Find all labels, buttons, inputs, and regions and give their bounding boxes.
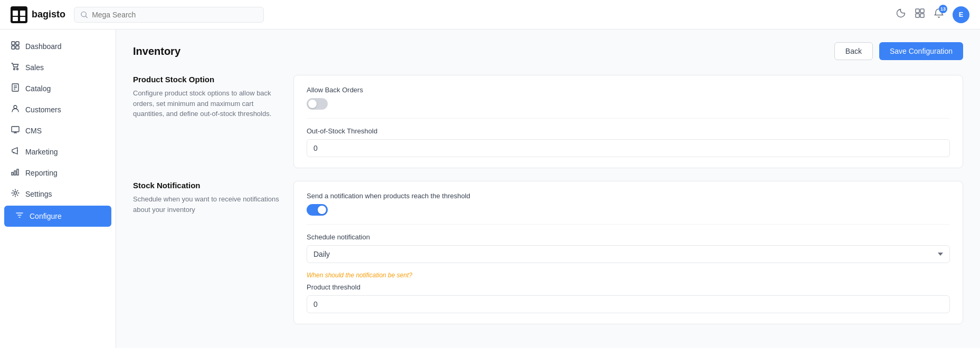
sidebar-label-settings: Settings (25, 190, 52, 198)
svg-rect-22 (12, 127, 19, 132)
stock-notification-desc: Schedule when you want to receive notifi… (133, 194, 281, 215)
product-threshold-input[interactable] (307, 295, 950, 313)
svg-rect-27 (17, 169, 18, 175)
main-content: Inventory Back Save Configuration Produc… (116, 30, 980, 348)
allow-back-orders-group: Allow Back Orders (307, 86, 950, 110)
svg-rect-13 (12, 46, 15, 49)
product-threshold-group: Product threshold (307, 283, 950, 313)
user-avatar[interactable]: E (953, 6, 969, 23)
svg-point-21 (14, 105, 17, 109)
send-notification-label: Send a notification when products reach … (307, 192, 950, 200)
sidebar-label-sales: Sales (25, 63, 44, 72)
product-stock-desc: Configure product stock options to allow… (133, 88, 281, 119)
settings-icon (11, 189, 20, 199)
search-bar[interactable] (74, 7, 264, 23)
svg-rect-9 (916, 14, 919, 17)
svg-point-15 (14, 69, 15, 70)
svg-point-16 (17, 69, 18, 70)
toggle-thumb-2 (318, 206, 326, 214)
out-of-stock-input[interactable] (307, 139, 950, 157)
stock-notification-left: Stock Notification Schedule when you wan… (133, 181, 281, 324)
svg-line-6 (85, 16, 87, 17)
sidebar-item-cms[interactable]: CMS (0, 120, 116, 141)
logo[interactable]: bagisto (11, 6, 65, 23)
svg-rect-14 (16, 46, 19, 49)
notification-divider (307, 224, 950, 225)
svg-rect-2 (20, 11, 25, 16)
stock-notification-title: Stock Notification (133, 181, 281, 190)
cms-icon (11, 125, 20, 136)
svg-rect-4 (20, 17, 25, 21)
schedule-notification-select[interactable]: Daily Weekly Monthly (307, 245, 950, 263)
sales-icon (11, 62, 20, 73)
sidebar-item-marketing[interactable]: Marketing (0, 141, 116, 162)
page-header: Inventory Back Save Configuration (133, 42, 963, 60)
schedule-notification-group: Schedule notification Daily Weekly Month… (307, 233, 950, 263)
sidebar-label-marketing: Marketing (25, 148, 58, 156)
notification-badge: 13 (939, 5, 947, 13)
svg-point-28 (14, 192, 17, 195)
out-of-stock-label: Out-of-Stock Threshold (307, 127, 950, 135)
schedule-notification-label: Schedule notification (307, 233, 950, 241)
marketing-icon (11, 147, 20, 157)
header-actions: Back Save Configuration (834, 42, 963, 60)
product-stock-section: Product Stock Option Configure product s… (133, 75, 963, 168)
send-notification-toggle[interactable] (307, 204, 328, 216)
product-stock-title: Product Stock Option (133, 75, 281, 84)
sidebar-item-configure[interactable]: Configure (4, 206, 111, 227)
layout: Dashboard Sales Catalog Customers CMS (0, 30, 980, 348)
stock-notification-section: Stock Notification Schedule when you wan… (133, 181, 963, 324)
sidebar-label-reporting: Reporting (25, 169, 58, 177)
allow-back-orders-toggle[interactable] (307, 98, 328, 110)
stock-divider (307, 118, 950, 119)
back-button[interactable]: Back (834, 42, 873, 60)
svg-rect-3 (13, 17, 18, 21)
sidebar-item-settings[interactable]: Settings (0, 183, 116, 205)
svg-rect-10 (920, 14, 924, 17)
catalog-icon (11, 83, 20, 94)
sidebar: Dashboard Sales Catalog Customers CMS (0, 30, 116, 348)
product-stock-left: Product Stock Option Configure product s… (133, 75, 281, 168)
svg-rect-25 (12, 172, 13, 175)
search-icon (81, 11, 88, 18)
svg-rect-7 (916, 9, 919, 13)
sidebar-item-catalog[interactable]: Catalog (0, 78, 116, 99)
reporting-icon (11, 168, 20, 178)
moon-icon[interactable] (896, 8, 906, 21)
svg-rect-26 (14, 171, 16, 175)
customers-icon (11, 104, 20, 115)
sidebar-label-configure: Configure (30, 212, 62, 220)
sidebar-item-customers[interactable]: Customers (0, 99, 116, 120)
toggle-thumb (308, 100, 317, 108)
grid-icon[interactable] (915, 8, 925, 21)
svg-rect-12 (16, 42, 19, 45)
product-stock-right: Allow Back Orders Out-of-Stock Threshold (293, 75, 963, 168)
header: bagisto (0, 0, 980, 30)
sidebar-label-cms: CMS (25, 127, 42, 135)
save-configuration-button[interactable]: Save Configuration (879, 42, 963, 60)
notification-bell[interactable]: 13 (934, 8, 944, 21)
sidebar-label-catalog: Catalog (25, 84, 51, 93)
header-right: 13 E (896, 6, 969, 23)
configure-icon (15, 211, 24, 221)
sidebar-item-sales[interactable]: Sales (0, 57, 116, 78)
schedule-hint: When should the notification be sent? (307, 272, 950, 279)
stock-notification-right: Send a notification when products reach … (293, 181, 963, 324)
page-title: Inventory (133, 45, 180, 57)
sidebar-label-dashboard: Dashboard (25, 42, 62, 51)
allow-back-orders-label: Allow Back Orders (307, 86, 950, 94)
header-left: bagisto (11, 6, 264, 23)
product-threshold-label: Product threshold (307, 283, 950, 291)
sidebar-item-dashboard[interactable]: Dashboard (0, 36, 116, 57)
sidebar-item-reporting[interactable]: Reporting (0, 162, 116, 183)
sidebar-label-customers: Customers (25, 105, 61, 114)
send-notification-group: Send a notification when products reach … (307, 192, 950, 216)
search-input[interactable] (92, 11, 257, 19)
svg-rect-1 (13, 11, 18, 16)
svg-rect-11 (12, 42, 15, 45)
svg-rect-8 (920, 9, 924, 13)
logo-icon (11, 6, 27, 23)
logo-text: bagisto (32, 9, 65, 20)
out-of-stock-group: Out-of-Stock Threshold (307, 127, 950, 157)
dashboard-icon (11, 41, 20, 52)
